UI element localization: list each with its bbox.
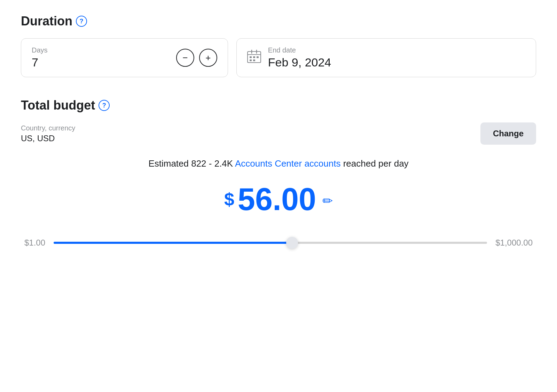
currency-label: Country, currency xyxy=(21,124,75,132)
currency-row: Country, currency US, USD Change xyxy=(21,122,536,145)
duration-controls-row: Days 7 − + xyxy=(21,38,536,77)
svg-rect-5 xyxy=(253,56,255,58)
duration-title: Duration xyxy=(21,14,72,29)
slider-fill xyxy=(54,242,292,244)
budget-amount: 56.00 xyxy=(238,184,316,215)
svg-rect-7 xyxy=(250,59,252,61)
estimated-reach-text: Estimated 822 - 2.4K Accounts Center acc… xyxy=(21,157,536,170)
slider-container: $1.00 $1,000.00 xyxy=(24,232,533,253)
decrement-button[interactable]: − xyxy=(176,49,194,67)
calendar-icon xyxy=(247,50,261,66)
change-button[interactable]: Change xyxy=(480,122,536,145)
end-date-box[interactable]: End date Feb 9, 2024 xyxy=(236,38,536,77)
total-budget-title: Total budget xyxy=(21,98,95,113)
days-label: Days xyxy=(32,46,48,54)
svg-rect-8 xyxy=(253,59,255,61)
edit-budget-icon[interactable]: ✏ xyxy=(322,194,333,208)
increment-button[interactable]: + xyxy=(199,49,217,67)
estimated-suffix: reached per day xyxy=(340,158,408,169)
days-value: 7 xyxy=(32,56,48,69)
slider-max-label: $1,000.00 xyxy=(495,238,533,248)
estimated-prefix: Estimated 822 - 2.4K xyxy=(148,158,235,169)
slider-min-label: $1.00 xyxy=(24,238,45,248)
end-date-content: End date Feb 9, 2024 xyxy=(268,46,331,69)
slider-wrapper xyxy=(54,232,487,253)
duration-section: Duration ? Days 7 − + xyxy=(21,14,536,77)
budget-slider-section: $1.00 $1,000.00 xyxy=(21,232,536,253)
dollar-sign: $ xyxy=(224,189,234,210)
total-budget-help-icon[interactable]: ? xyxy=(99,100,110,111)
svg-rect-4 xyxy=(250,56,252,58)
days-box: Days 7 − + xyxy=(21,38,228,77)
stepper-buttons: − + xyxy=(176,49,217,67)
duration-help-icon[interactable]: ? xyxy=(76,16,87,27)
svg-rect-6 xyxy=(257,56,259,58)
days-info: Days 7 xyxy=(32,46,48,69)
end-date-label: End date xyxy=(268,46,331,54)
duration-title-row: Duration ? xyxy=(21,14,536,29)
budget-amount-row: $ 56.00 ✏ xyxy=(21,184,536,215)
slider-thumb[interactable] xyxy=(286,237,298,249)
currency-value: US, USD xyxy=(21,134,75,143)
currency-info: Country, currency US, USD xyxy=(21,124,75,143)
total-budget-title-row: Total budget ? xyxy=(21,98,536,113)
accounts-center-link[interactable]: Accounts Center accounts xyxy=(235,158,341,169)
total-budget-section: Total budget ? Country, currency US, USD… xyxy=(21,98,536,253)
end-date-value: Feb 9, 2024 xyxy=(268,56,331,69)
